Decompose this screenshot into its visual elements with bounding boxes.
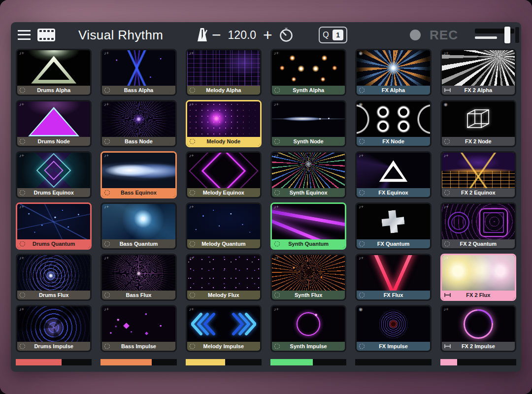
clip-drums-node[interactable]: ♪+ Drums Node (16, 100, 92, 147)
clip-name: Melody Alpha (206, 87, 241, 93)
record-button-label[interactable]: REC (430, 28, 458, 43)
clip-label-bar: Synth Equinox (272, 188, 345, 197)
note-plus-icon: ♪+ (19, 51, 24, 56)
clip-melody-impulse[interactable]: ♪+ Melody Impulse (186, 305, 262, 352)
clip-label-bar: FX Impulse (357, 342, 430, 351)
loop-icon (274, 88, 280, 93)
loop-icon (104, 241, 110, 247)
tempo-value[interactable]: 120.0 (224, 29, 260, 42)
tempo-increase-button[interactable]: + (260, 23, 275, 47)
bass-progress-bar (100, 359, 176, 365)
clip-fx2-quantum[interactable]: ♪+ FX 2 Quantum (440, 202, 516, 250)
clip-name: Melody Flux (208, 292, 239, 298)
clip-thumbnail: ♪+ (272, 101, 345, 137)
record-indicator[interactable] (410, 30, 421, 40)
clip-melody-node[interactable]: ♪+ Melody Node (186, 100, 262, 147)
clip-drums-alpha[interactable]: ♪+ Drums Alpha (16, 49, 92, 96)
clip-label-bar: Synth Flux (272, 291, 345, 299)
clip-melody-flux[interactable]: ♪+ Melody Flux (186, 254, 262, 301)
clip-synth-flux[interactable]: ♪+ Synth Flux (270, 254, 346, 301)
clip-fx2-flux[interactable]: ♪+ FX 2 Flux (440, 254, 516, 301)
metronome-icon[interactable] (197, 27, 208, 43)
clip-melody-quantum[interactable]: ♪+ Melody Quantum (186, 202, 262, 250)
clip-thumbnail: ♪+ (17, 255, 90, 291)
record-group: REC (410, 27, 514, 43)
clip-fx2-equinox[interactable]: ♪+ FX 2 Equinox (440, 151, 516, 198)
clip-thumbnail: ♪+ (272, 50, 345, 86)
clip-label-bar: FX Flux (357, 291, 430, 299)
clip-fx-quantum[interactable]: ♪+ FX Quantum (355, 202, 431, 250)
clip-fx-alpha[interactable]: ◉ FX Alpha (355, 49, 431, 96)
clip-name: FX Node (382, 138, 404, 144)
loop-icon (190, 190, 195, 196)
synth-progress-bar (270, 359, 346, 365)
clip-label-bar: Drums Flux (17, 291, 90, 299)
progress-row (11, 359, 521, 365)
tap-tempo-dial-icon[interactable] (278, 27, 294, 43)
volume-slider[interactable] (475, 27, 514, 43)
note-plus-icon: ♪+ (19, 154, 24, 158)
clip-fx2-node[interactable]: ◉ FX 2 Node (440, 100, 516, 147)
melody-progress-bar (186, 359, 262, 365)
clip-synth-impulse[interactable]: ♪+ Synth Impulse (270, 305, 346, 352)
note-plus-icon: ♪+ (274, 307, 279, 312)
clip-label-bar: Drums Impulse (17, 342, 90, 351)
clip-name: Bass Flux (126, 292, 152, 298)
clip-thumbnail: ♪+ (17, 204, 90, 239)
clip-bass-equinox[interactable]: ♪+ Bass Equinox (100, 151, 176, 198)
clip-thumbnail: ♪+ (102, 153, 175, 188)
clip-fx2-impulse[interactable]: ♪+ FX 2 Impulse (440, 305, 516, 352)
clip-bass-quantum[interactable]: ♪+ Bass Quantum (100, 202, 176, 250)
note-plus-icon: ♪+ (189, 205, 194, 209)
menu-icon[interactable] (18, 30, 31, 40)
quantize-value: 1 (332, 30, 344, 40)
clip-thumbnail: ♪+ (187, 306, 260, 342)
clip-label-bar: FX Equinox (357, 188, 430, 197)
note-plus-icon: ♪+ (274, 51, 279, 56)
fx2-progress-bar (440, 359, 516, 365)
loop-icon (20, 88, 25, 93)
clip-name: Drums Equinox (34, 190, 74, 196)
tempo-decrease-button[interactable]: − (208, 23, 224, 47)
clip-fx-impulse[interactable]: ◉ FX Impulse (355, 305, 431, 352)
clip-melody-equinox[interactable]: ♪+ Melody Equinox (186, 151, 262, 198)
clip-drums-impulse[interactable]: ♪+ Drums Impulse (16, 305, 92, 352)
clip-synth-quantum[interactable]: ♪+ Synth Quantum (270, 202, 346, 250)
clip-thumbnail: ♪+ (102, 204, 175, 239)
clip-name: FX 2 Quantum (460, 241, 497, 247)
loop-icon (444, 241, 450, 247)
quantize-control[interactable]: Q 1 (319, 27, 347, 43)
clip-drums-equinox[interactable]: ♪+ Drums Equinox (16, 151, 92, 198)
clip-name: Bass Alpha (124, 87, 154, 93)
note-plus-icon: ♪+ (444, 205, 449, 209)
clip-name: Drums Flux (39, 292, 69, 298)
clip-thumbnail: ◉ (357, 306, 430, 342)
clip-name: Bass Equinox (121, 190, 157, 196)
clip-label-bar: Melody Alpha (187, 86, 260, 95)
clip-bass-flux[interactable]: ♪+ Bass Flux (100, 254, 176, 301)
clip-label-bar: Drums Quantum (17, 239, 90, 248)
clip-fx-equinox[interactable]: ♪+ FX Equinox (355, 151, 431, 198)
clip-drums-quantum[interactable]: ♪+ Drums Quantum (16, 202, 92, 250)
clip-label-bar: FX 2 Node (442, 137, 515, 146)
clip-synth-equinox[interactable]: ♪+ Synth Equinox (270, 151, 346, 198)
clip-thumbnail: ♪+ (17, 101, 90, 137)
film-clip-icon[interactable] (37, 28, 56, 42)
clip-fx-flux[interactable]: ♪+ FX Flux (355, 254, 431, 301)
clip-bass-impulse[interactable]: ♪+ Bass Impulse (100, 305, 176, 352)
clip-bass-node[interactable]: ♪+ Bass Node (100, 100, 176, 147)
clip-synth-node[interactable]: ♪+ Synth Node (270, 100, 346, 147)
clip-drums-flux[interactable]: ♪+ Drums Flux (16, 254, 92, 301)
one-shot-icon (444, 344, 451, 348)
drums-progress-bar (16, 359, 92, 365)
note-plus-icon: ♪+ (444, 154, 449, 158)
volume-handle[interactable] (504, 27, 510, 43)
column-bass: ♪+ Bass Alpha ♪+ Bass Node ♪+ Bass Equin… (100, 49, 176, 352)
loop-icon (190, 293, 195, 298)
clip-synth-alpha[interactable]: ♪+ Synth Alpha (270, 49, 346, 96)
clip-fx2-alpha[interactable]: ♪+ FX 2 Alpha (440, 49, 516, 96)
clip-fx-node[interactable]: ◉ FX Node (355, 100, 431, 147)
clip-melody-alpha[interactable]: ♪+ Melody Alpha (186, 49, 262, 96)
clip-name: Drums Node (37, 138, 69, 144)
clip-bass-alpha[interactable]: ♪+ Bass Alpha (100, 49, 176, 96)
